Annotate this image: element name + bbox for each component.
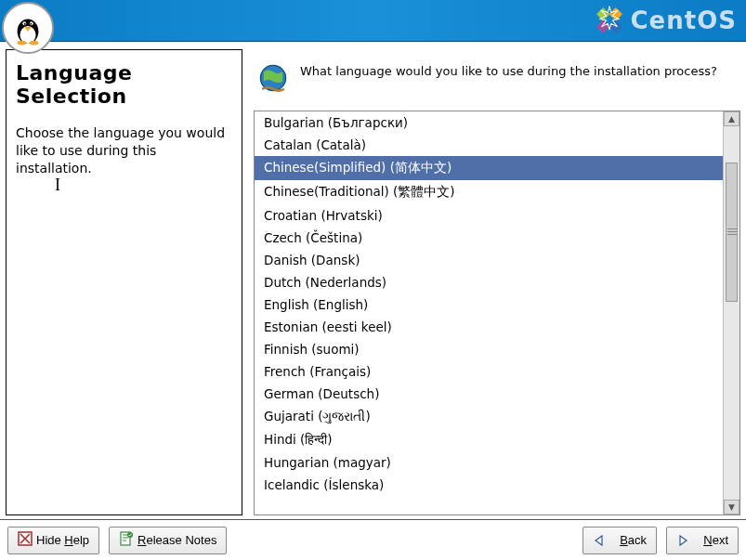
brand-text: CentOS (631, 7, 737, 34)
next-label: Next (703, 533, 728, 547)
language-option[interactable]: Danish (Dansk) (255, 249, 723, 271)
hide-help-icon (18, 531, 33, 549)
svg-point-7 (30, 41, 39, 46)
svg-point-6 (18, 41, 27, 46)
text-cursor-icon: I (55, 176, 60, 195)
language-option[interactable]: English (English) (255, 293, 723, 316)
page-title: Language Selection (16, 61, 232, 108)
question-text: What language would you like to use duri… (300, 62, 717, 80)
language-option[interactable]: Icelandic (Íslenska) (255, 474, 723, 496)
scroll-down-button[interactable]: ▼ (724, 500, 739, 514)
scrollbar[interactable]: ▲ ▼ (723, 111, 739, 514)
next-icon (676, 534, 689, 547)
globe-icon (257, 62, 289, 94)
hide-help-button[interactable]: Hide Help (7, 527, 99, 554)
scroll-thumb[interactable] (726, 163, 738, 302)
back-icon (593, 534, 606, 547)
language-option[interactable]: Chinese(Simplified) (简体中文) (255, 156, 723, 180)
language-option[interactable]: German (Deutsch) (255, 383, 723, 405)
language-option[interactable]: Chinese(Traditional) (繁體中文) (255, 180, 723, 204)
centos-icon (594, 5, 625, 36)
language-option[interactable]: Bulgarian (Български) (255, 111, 723, 134)
back-button[interactable]: Back (582, 527, 657, 554)
next-button[interactable]: Next (666, 527, 739, 554)
header-bar: CentOS (0, 0, 746, 42)
page-description: Choose the language you would like to us… (16, 124, 232, 177)
language-option[interactable]: Croatian (Hrvatski) (255, 204, 723, 227)
language-listbox[interactable]: Bulgarian (Български)Catalan (Català)Chi… (254, 111, 740, 515)
release-notes-label: Release Notes (137, 533, 216, 547)
back-label: Back (620, 533, 647, 547)
svg-rect-9 (609, 7, 622, 20)
tux-logo (2, 2, 54, 54)
footer-bar: Hide Help Release Notes Back Next (0, 519, 746, 560)
hide-help-label: Hide Help (36, 533, 89, 547)
svg-point-5 (30, 23, 32, 25)
language-option[interactable]: Hungarian (magyar) (255, 451, 723, 474)
language-option[interactable]: Hindi (हिन्दी) (255, 428, 723, 451)
main-panel: What language would you like to use duri… (254, 49, 740, 515)
brand-area: CentOS (594, 5, 737, 36)
svg-point-4 (24, 23, 26, 25)
language-option[interactable]: Finnish (suomi) (255, 338, 723, 360)
language-option[interactable]: Dutch (Nederlands) (255, 271, 723, 293)
language-option[interactable]: Czech (Čeština) (255, 227, 723, 249)
help-panel: Language Selection Choose the language y… (6, 49, 242, 515)
release-notes-icon (119, 531, 134, 549)
language-option[interactable]: Estonian (eesti keel) (255, 316, 723, 338)
scroll-up-button[interactable]: ▲ (724, 111, 739, 126)
svg-rect-8 (596, 7, 609, 20)
release-notes-button[interactable]: Release Notes (109, 527, 227, 554)
language-option[interactable]: Catalan (Català) (255, 134, 723, 156)
svg-rect-11 (609, 20, 622, 33)
language-option[interactable]: Gujarati (ગુજરાતી) (255, 405, 723, 428)
language-option[interactable]: French (Français) (255, 360, 723, 383)
svg-rect-10 (596, 20, 609, 33)
